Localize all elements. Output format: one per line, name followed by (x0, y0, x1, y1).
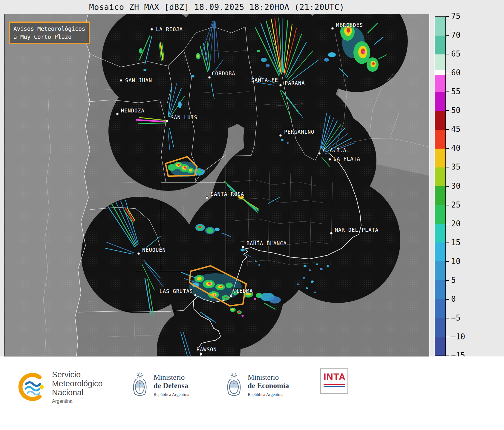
radar-map: LA RIOJAMERCEDESSAN JUANCÓRDOBASANTA FEP… (4, 14, 429, 356)
city-dot (331, 27, 334, 30)
city-dot (116, 113, 119, 115)
colorbar-tick (446, 35, 449, 36)
smn-line4: Argentina (52, 399, 103, 404)
city-label-santa-rosa: SANTA ROSA (211, 191, 244, 197)
city-label-san-juan: SAN JUAN (125, 77, 152, 83)
city-label-viedma: VIEDMA (233, 288, 253, 294)
city-label-bah-a-blanca: BAHÍA BLANCA (246, 240, 287, 246)
colorbar-tick (446, 129, 449, 130)
dot-texture (4, 14, 429, 356)
city-label-pergamino: PERGAMINO (284, 129, 314, 135)
colorbar-tick-label: 70 (451, 31, 460, 39)
inta-logo: INTA (320, 368, 348, 394)
colorbar-tick (446, 243, 449, 243)
city-label-mar-del-plata: MAR DEL PLATA (335, 227, 379, 233)
colorbar-tick (446, 73, 449, 73)
colorbar-tick (446, 337, 449, 337)
colorbar-tick (446, 261, 449, 262)
colorbar-tick-label: 40 (451, 144, 460, 153)
economia-logo-block: Ministerio de Economía República Argenti… (226, 371, 289, 399)
economia-line1: Ministerio (248, 373, 289, 382)
smn-logo-block: Servicio Meteorológico Nacional Argentin… (17, 370, 103, 404)
radar-map-canvas: LA RIOJAMERCEDESSAN JUANCÓRDOBASANTA FEP… (4, 14, 429, 356)
city-dot (279, 84, 282, 86)
city-label-mendoza: MENDOZA (121, 108, 145, 114)
city-dot (230, 295, 232, 298)
colorbar-tick (446, 167, 449, 167)
coat-of-arms-icon (226, 371, 242, 399)
colorbar-labels: 757065605550454035302520151050−5−10−15 (435, 16, 503, 356)
city-label-c-a-b-a-: C.A.B.A. (323, 147, 350, 153)
smn-line1: Servicio (52, 370, 103, 379)
city-label-paran-: PARANÁ (285, 80, 305, 86)
colorbar-tick (446, 318, 449, 318)
warning-box-line2: a Muy Corto Plazo (13, 33, 85, 41)
city-dot (151, 28, 153, 31)
colorbar-tick (446, 148, 449, 149)
colorbar-tick-label: 55 (451, 87, 460, 96)
colorbar-tick (446, 280, 449, 281)
city-label-san-luis: SAN LUIS (171, 115, 197, 121)
city-dot (166, 120, 168, 122)
city-dot (206, 196, 208, 199)
city-label-c-rdoba: CÓRDOBA (212, 70, 235, 77)
warning-box: Avisos Meteorológicos a Muy Corto Plazo (9, 22, 90, 44)
defensa-logo-text: Ministerio de Defensa República Argentin… (154, 373, 189, 397)
colorbar-tick (446, 186, 449, 187)
city-dot (330, 232, 333, 234)
colorbar-tick-label: 10 (451, 257, 460, 266)
colorbar-tick (446, 110, 449, 111)
city-dot (329, 158, 331, 161)
colorbar-tick-label: 60 (451, 68, 460, 77)
colorbar-tick-label: −5 (451, 313, 460, 322)
city-label-rawson: RAWSON (197, 347, 217, 353)
smn-line3: Nacional (52, 388, 103, 397)
city-label-las-grutas: LAS GRUTAS (160, 288, 193, 294)
colorbar-tick-label: 75 (451, 12, 460, 21)
colorbar-tick (446, 54, 449, 54)
economia-line2: de Economía (248, 382, 289, 390)
colorbar-tick-label: 25 (451, 200, 460, 209)
smn-logo-icon (17, 372, 47, 402)
smn-line2: Meteorológico (52, 379, 103, 388)
colorbar-tick-label: 15 (451, 238, 460, 247)
colorbar-tick-label: 45 (451, 125, 460, 134)
smn-logo-text: Servicio Meteorológico Nacional Argentin… (52, 370, 103, 404)
echo-speck-sierras (191, 75, 194, 77)
city-label-mercedes: MERCEDES (336, 22, 363, 28)
defensa-line2: de Defensa (154, 382, 189, 390)
city-dot (194, 294, 197, 296)
city-dot (318, 152, 321, 155)
city-dot (137, 252, 140, 255)
inta-logo-text: INTA (324, 372, 345, 382)
defensa-line1: Ministerio (154, 373, 189, 382)
colorbar-tick-label: 20 (451, 219, 460, 228)
city-dot (120, 79, 122, 82)
colorbar-tick-label: 30 (451, 181, 460, 190)
colorbar-tick (446, 205, 449, 205)
warning-box-line1: Avisos Meteorológicos (13, 25, 85, 33)
colorbar-tick (446, 92, 449, 92)
colorbar-tick (446, 224, 449, 224)
colorbar-tick-label: 0 (451, 295, 456, 304)
colorbar-tick-label: 50 (451, 106, 460, 115)
page-title: Mosaico ZH MAX [dBZ] 18.09.2025 18:20HOA… (4, 2, 429, 12)
colorbar-tick (446, 16, 449, 17)
inta-blue-bar (324, 386, 345, 387)
colorbar-tick-label: 65 (451, 49, 460, 58)
city-dot (279, 134, 282, 137)
colorbar-tick (446, 356, 449, 356)
colorbar-tick-label: −10 (451, 332, 465, 341)
city-label-santa-fe: SANTA FE (251, 77, 278, 83)
coat-of-arms-icon (131, 371, 148, 399)
inta-red-bar (324, 384, 345, 385)
economia-logo-text: Ministerio de Economía República Argenti… (248, 373, 289, 397)
colorbar-tick-label: 5 (451, 276, 456, 285)
city-dot (200, 353, 202, 355)
colorbar-tick-label: 35 (451, 162, 460, 171)
economia-line3: República Argentina (248, 392, 289, 397)
defensa-line3: República Argentina (154, 392, 189, 397)
footer: Servicio Meteorológico Nacional Argentin… (0, 356, 504, 430)
city-label-la-plata: LA PLATA (333, 156, 360, 162)
city-label-la-rioja: LA RIOJA (156, 26, 183, 32)
